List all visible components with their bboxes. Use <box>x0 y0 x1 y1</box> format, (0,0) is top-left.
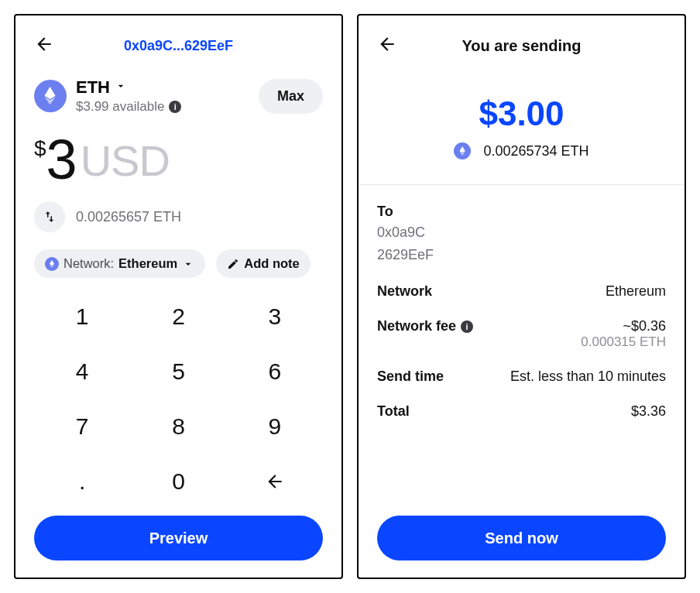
available-balance: $3.99 available <box>76 99 164 115</box>
asset-symbol: ETH <box>76 77 110 98</box>
to-address-line1: 0x0a9C <box>377 223 666 242</box>
swap-row: 0.00265657 ETH <box>34 201 323 232</box>
max-button[interactable]: Max <box>259 79 323 114</box>
arrow-left-icon <box>377 34 397 54</box>
key-1[interactable]: 1 <box>34 289 130 344</box>
swap-icon <box>43 210 57 224</box>
total-value: $3.36 <box>631 403 666 420</box>
eth-icon <box>34 80 67 112</box>
swap-currency-button[interactable] <box>34 201 65 232</box>
detail-to: To 0x0a9C 2629EeF <box>377 204 666 265</box>
key-8[interactable]: 8 <box>130 399 226 454</box>
send-amount-screen: 0x0a9C...629EeF ETH $3.99 available i Ma… <box>14 14 343 579</box>
detail-network-fee: Network fee i ~$0.36 0.000315 ETH <box>377 318 666 350</box>
key-backspace[interactable] <box>227 454 323 509</box>
backspace-icon <box>265 471 285 492</box>
to-address-line2: 2629EeF <box>377 245 666 265</box>
currency-prefix: $ <box>34 136 46 161</box>
hero-usd-amount: $3.00 <box>377 94 666 133</box>
available-balance-row: $3.99 available i <box>76 99 259 115</box>
add-note-button[interactable]: Add note <box>216 249 311 278</box>
eth-mini-icon <box>45 257 59 271</box>
key-0[interactable]: 0 <box>130 454 226 509</box>
back-button[interactable] <box>34 34 54 57</box>
amount-display: $ 3 USD <box>34 132 323 189</box>
hero-crypto-amount: 0.00265734 ETH <box>483 143 588 159</box>
fee-usd: ~$0.36 <box>581 318 666 334</box>
key-dot[interactable]: . <box>34 454 130 509</box>
divider <box>359 184 685 185</box>
key-9[interactable]: 9 <box>227 399 323 454</box>
topbar: You are sending <box>377 31 666 60</box>
arrow-left-icon <box>34 34 54 54</box>
topbar: 0x0a9C...629EeF <box>34 31 323 60</box>
chevron-down-icon <box>115 80 127 95</box>
info-icon[interactable]: i <box>461 320 473 333</box>
send-time-value: Est. less than 10 minutes <box>510 368 666 385</box>
detail-send-time: Send time Est. less than 10 minutes <box>377 368 666 385</box>
eth-icon <box>454 142 471 159</box>
network-value: Ethereum <box>606 283 666 300</box>
pill-row: Network: Ethereum Add note <box>34 249 323 278</box>
details-list: To 0x0a9C 2629EeF Network Ethereum Netwo… <box>377 204 666 420</box>
chevron-down-icon <box>182 258 194 270</box>
page-title: You are sending <box>377 37 666 55</box>
fee-eth: 0.000315 ETH <box>581 334 666 350</box>
asset-info: ETH $3.99 available i <box>76 77 259 115</box>
hero-crypto-row: 0.00265734 ETH <box>454 142 588 159</box>
detail-total: Total $3.36 <box>377 403 666 420</box>
asset-row: ETH $3.99 available i Max <box>34 77 323 115</box>
key-2[interactable]: 2 <box>130 289 226 344</box>
total-label: Total <box>377 403 410 420</box>
send-time-label: Send time <box>377 368 444 385</box>
key-3[interactable]: 3 <box>227 289 323 344</box>
network-name: Ethereum <box>118 256 177 271</box>
network-label: Network <box>377 283 432 300</box>
to-label: To <box>377 204 666 220</box>
network-fee-value: ~$0.36 0.000315 ETH <box>581 318 666 350</box>
info-icon[interactable]: i <box>169 101 181 113</box>
recipient-address-link[interactable]: 0x0a9C...629EeF <box>54 38 303 54</box>
network-fee-label-text: Network fee <box>377 318 456 334</box>
add-note-label: Add note <box>244 256 300 271</box>
currency-suffix: USD <box>81 139 170 183</box>
hero-amount: $3.00 0.00265734 ETH <box>377 94 666 159</box>
back-button[interactable] <box>377 34 397 57</box>
key-4[interactable]: 4 <box>34 344 130 399</box>
send-confirm-screen: You are sending $3.00 0.00265734 ETH To … <box>357 14 686 579</box>
network-prefix: Network: <box>63 256 114 271</box>
network-selector[interactable]: Network: Ethereum <box>34 249 205 278</box>
send-now-button[interactable]: Send now <box>377 516 666 560</box>
key-6[interactable]: 6 <box>227 344 323 399</box>
preview-button[interactable]: Preview <box>34 516 323 560</box>
key-7[interactable]: 7 <box>34 399 130 454</box>
detail-network: Network Ethereum <box>377 283 666 300</box>
crypto-equivalent: 0.00265657 ETH <box>76 209 181 225</box>
pencil-icon <box>227 258 239 270</box>
amount-value: 3 <box>46 132 76 187</box>
key-5[interactable]: 5 <box>130 344 226 399</box>
network-fee-label: Network fee i <box>377 318 473 334</box>
numeric-keypad: 1 2 3 4 5 6 7 8 9 . 0 <box>34 289 323 509</box>
asset-selector[interactable]: ETH <box>76 77 259 98</box>
